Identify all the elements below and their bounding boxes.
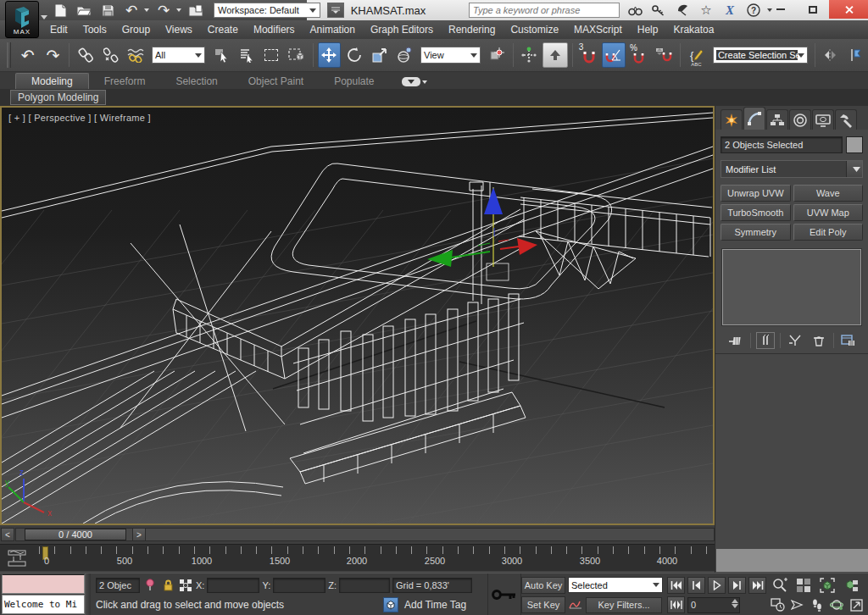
select-object-icon[interactable]	[209, 42, 233, 68]
set-keys-button[interactable]	[487, 573, 521, 615]
modifier-button-turbosmooth[interactable]: TurboSmooth	[721, 204, 791, 221]
license-key-icon[interactable]	[650, 3, 667, 18]
maxscript-mini-listener[interactable]: Welcome to Mi	[0, 573, 85, 615]
utilities-tab-icon[interactable]	[835, 109, 857, 130]
key-filters-curve-icon[interactable]	[568, 597, 583, 612]
key-filters-button[interactable]: Key Filters...	[586, 597, 662, 613]
maximize-button[interactable]	[797, 0, 829, 19]
rectangular-selection-region-icon[interactable]	[259, 42, 283, 68]
menu-modifiers[interactable]: Modifiers	[246, 20, 303, 39]
maximize-viewport-toggle-icon[interactable]	[849, 596, 865, 614]
menu-edit[interactable]: Edit	[42, 20, 75, 39]
z-coord-field[interactable]	[339, 578, 390, 593]
time-slider-track[interactable]: 0 / 4000 >	[15, 528, 715, 541]
listener-macro-recorder[interactable]	[2, 574, 85, 594]
select-and-rotate-icon[interactable]	[342, 42, 366, 68]
absolute-offset-mode-icon[interactable]	[178, 578, 193, 593]
next-frame-icon[interactable]	[728, 577, 746, 594]
menu-tools[interactable]: Tools	[75, 20, 114, 39]
undo-dropdown-icon[interactable]	[144, 8, 149, 12]
mirror-icon[interactable]	[820, 42, 843, 68]
menu-graph-editors[interactable]: Graph Editors	[363, 20, 441, 39]
time-configuration-icon[interactable]	[769, 596, 786, 614]
pan-view-icon[interactable]	[788, 596, 805, 614]
object-name-field[interactable]: 2 Objects Selected	[721, 136, 843, 153]
listener-splitter[interactable]	[85, 573, 91, 615]
menu-maxscript[interactable]: MAXScript	[566, 20, 630, 39]
create-tab-icon[interactable]	[721, 109, 743, 130]
remove-modifier-icon[interactable]	[810, 332, 828, 349]
pin-stack-icon[interactable]	[726, 332, 745, 349]
redo-dropdown-icon[interactable]	[176, 8, 181, 12]
menu-animation[interactable]: Animation	[303, 20, 363, 39]
undo-scene-button[interactable]: ↶	[16, 42, 40, 68]
save-file-button[interactable]	[98, 2, 117, 19]
motion-tab-icon[interactable]	[789, 109, 811, 130]
current-frame-field[interactable]: 0	[687, 597, 740, 613]
help-icon[interactable]: ?	[745, 3, 762, 18]
ribbon-tab-object-paint[interactable]: Object Paint	[233, 74, 319, 89]
object-color-swatch[interactable]	[846, 136, 863, 153]
ribbon-options-caret-icon[interactable]	[422, 80, 427, 84]
modifier-button-uvw-map[interactable]: UVW Map	[793, 204, 864, 221]
perspective-viewport[interactable]: y z x [ + ] [ Perspective ] [ Wireframe …	[0, 106, 715, 525]
x-coord-field[interactable]	[207, 578, 259, 593]
ribbon-minimize-button[interactable]	[402, 77, 427, 86]
modify-tab-icon[interactable]	[743, 107, 765, 130]
redo-button[interactable]: ↷	[154, 2, 173, 19]
next-frame-arrow[interactable]: >	[132, 528, 146, 541]
app-menu-caret-icon[interactable]	[41, 15, 47, 19]
align-icon[interactable]	[845, 42, 868, 68]
spinner-snap-toggle-icon[interactable]	[653, 42, 676, 68]
modifier-button-unwrap-uvw[interactable]: Unwrap UVW	[721, 185, 791, 202]
menu-views[interactable]: Views	[158, 20, 200, 39]
zoom-all-icon[interactable]	[793, 576, 814, 594]
project-folder-button[interactable]	[186, 2, 205, 19]
set-key-button[interactable]: Set Key	[521, 596, 565, 613]
unlink-selection-icon[interactable]	[99, 42, 123, 68]
window-crossing-toggle-icon[interactable]	[285, 42, 309, 68]
hierarchy-tab-icon[interactable]	[766, 109, 788, 130]
select-and-place-icon[interactable]	[392, 42, 416, 68]
orbit-icon[interactable]	[828, 596, 845, 614]
close-button[interactable]	[829, 0, 868, 19]
select-and-scale-icon[interactable]	[368, 42, 392, 68]
snaps-toggle-icon[interactable]: 3	[577, 42, 601, 68]
y-coord-field[interactable]	[273, 578, 326, 593]
menu-help[interactable]: Help	[630, 20, 666, 39]
angle-snap-toggle-button[interactable]	[602, 42, 626, 68]
zoom-extents-selected-icon[interactable]	[816, 576, 837, 594]
minimize-button[interactable]	[765, 0, 797, 19]
zoom-extents-all-icon[interactable]	[840, 576, 861, 594]
auto-key-button[interactable]: Auto Key	[521, 577, 565, 594]
named-selection-sets-dropdown[interactable]: Create Selection Se	[713, 47, 808, 64]
time-slider-handle[interactable]: 0 / 4000	[25, 529, 126, 540]
go-to-end-icon[interactable]	[748, 577, 766, 594]
ribbon-tab-populate[interactable]: Populate	[319, 74, 389, 89]
zoom-icon[interactable]	[769, 576, 790, 594]
menu-group[interactable]: Group	[114, 20, 158, 39]
modifier-button-symmetry[interactable]: Symmetry	[721, 224, 791, 241]
keyboard-shortcut-override-icon[interactable]	[542, 42, 568, 68]
search-icon[interactable]	[626, 3, 643, 18]
play-animation-icon[interactable]	[708, 577, 726, 594]
polygon-modeling-panel[interactable]: Polygon Modeling	[10, 90, 106, 105]
modifier-button-wave[interactable]: Wave	[793, 185, 864, 202]
modifier-button-edit-poly[interactable]: Edit Poly	[793, 224, 864, 241]
search-input[interactable]	[469, 3, 620, 18]
frame-spinner[interactable]	[732, 599, 738, 608]
communication-center-icon[interactable]	[674, 3, 691, 18]
selection-filter-dropdown[interactable]: All	[152, 47, 205, 64]
select-and-move-button[interactable]	[318, 42, 342, 68]
key-mode-toggle-icon[interactable]	[667, 596, 685, 613]
viewport-label[interactable]: [ + ] [ Perspective ] [ Wireframe ]	[8, 113, 151, 123]
ribbon-tab-modeling[interactable]: Modeling	[15, 73, 89, 89]
bind-to-space-warp-icon[interactable]	[124, 42, 147, 68]
application-menu-button[interactable]: MAX	[5, 1, 39, 38]
configure-modifier-sets-icon[interactable]	[839, 332, 858, 349]
toolbar-grip[interactable]	[7, 42, 11, 68]
display-tab-icon[interactable]	[812, 109, 834, 130]
select-by-name-icon[interactable]	[235, 42, 259, 68]
select-and-link-icon[interactable]	[74, 42, 97, 68]
show-end-result-icon[interactable]	[756, 332, 775, 349]
